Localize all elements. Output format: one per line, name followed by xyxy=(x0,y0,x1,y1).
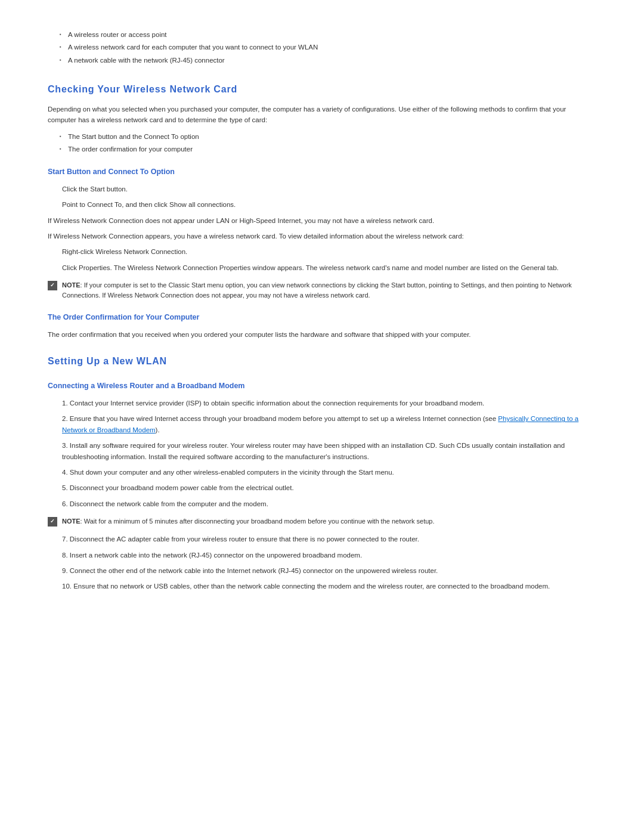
connecting-note-icon: ✓ xyxy=(48,517,57,527)
start-note1: If Wireless Network Connection does not … xyxy=(48,215,596,226)
start-step2-2: Click Properties. The Wireless Network C… xyxy=(60,262,596,273)
checking-intro: Depending on what you selected when you … xyxy=(48,104,596,126)
connecting-step2-7: 7. Disconnect the AC adapter cable from … xyxy=(60,534,596,544)
checking-method-2: The order confirmation for your computer xyxy=(60,144,596,154)
start-step2-1: Right-click Wireless Network Connection. xyxy=(60,246,596,257)
order-confirmation-heading: The Order Confirmation for Your Computer xyxy=(48,312,596,323)
start-note-text: NOTE: If your computer is set to the Cla… xyxy=(62,280,596,300)
broadband-modem-link[interactable]: Physically Connecting to a Network or Br… xyxy=(62,415,578,433)
connecting-steps: 1. Contact your Internet service provide… xyxy=(60,398,596,509)
start-button-heading: Start Button and Connect To Option xyxy=(48,166,596,178)
checking-method-1: The Start button and the Connect To opti… xyxy=(60,132,596,142)
connecting-steps2: 7. Disconnect the AC adapter cable from … xyxy=(60,534,596,592)
connecting-step-2: 2. Ensure that you have wired Internet a… xyxy=(60,413,596,435)
connecting-heading: Connecting a Wireless Router and a Broad… xyxy=(48,380,596,392)
connecting-step2-9: 9. Connect the other end of the network … xyxy=(60,565,596,576)
connecting-step-5: 5. Disconnect your broadband modem power… xyxy=(60,482,596,493)
start-button-steps2: Right-click Wireless Network Connection.… xyxy=(60,246,596,273)
start-note-box: ✓ NOTE: If your computer is set to the C… xyxy=(48,280,596,300)
intro-bullet-1: A wireless router or access point xyxy=(60,30,596,40)
start-step-1: Click the Start button. xyxy=(60,184,596,194)
intro-bullet-list: A wireless router or access point A wire… xyxy=(60,30,596,66)
checking-heading: Checking Your Wireless Network Card xyxy=(48,82,596,97)
intro-bullet-2: A wireless network card for each compute… xyxy=(60,42,596,52)
checking-methods-list: The Start button and the Connect To opti… xyxy=(60,132,596,155)
start-step-2: Point to Connect To, and then click Show… xyxy=(60,199,596,210)
start-note2: If Wireless Network Connection appears, … xyxy=(48,231,596,241)
connecting-step-4: 4. Shut down your computer and any other… xyxy=(60,467,596,478)
connecting-step2-10: 10. Ensure that no network or USB cables… xyxy=(60,581,596,592)
start-button-steps: Click the Start button. Point to Connect… xyxy=(60,184,596,210)
connecting-step2-8: 8. Insert a network cable into the netwo… xyxy=(60,550,596,561)
connecting-step-3: 3. Install any software required for you… xyxy=(60,440,596,462)
setting-up-heading: Setting Up a New WLAN xyxy=(48,354,596,368)
note-icon: ✓ xyxy=(48,281,57,290)
intro-bullet-3: A network cable with the network (RJ-45)… xyxy=(60,55,596,66)
connecting-note-text: NOTE: Wait for a minimum of 5 minutes af… xyxy=(62,516,434,527)
connecting-step-6: 6. Disconnect the network cable from the… xyxy=(60,498,596,509)
connecting-note-box: ✓ NOTE: Wait for a minimum of 5 minutes … xyxy=(48,516,596,527)
connecting-step-1: 1. Contact your Internet service provide… xyxy=(60,398,596,408)
order-confirmation-text: The order confirmation that you received… xyxy=(48,329,596,340)
